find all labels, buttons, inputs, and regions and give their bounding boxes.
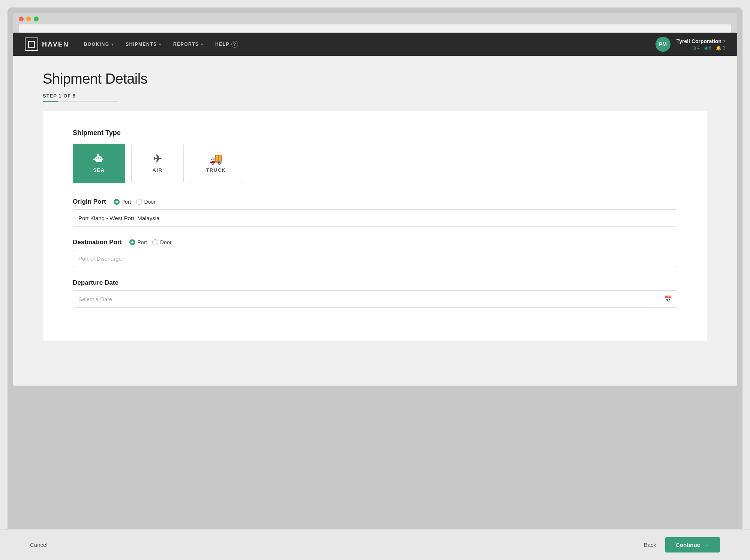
db-icon: ⊞	[692, 45, 696, 51]
shipment-type-label: Shipment Type	[73, 129, 677, 137]
nav-booking-label: BOOKING	[84, 42, 110, 47]
minimize-dot	[26, 17, 31, 21]
origin-port-input[interactable]	[73, 209, 677, 227]
origin-port-label: Origin Port	[73, 198, 106, 206]
nav-reports[interactable]: REPORTS ▾	[173, 41, 203, 48]
question-icon: ?	[231, 41, 238, 48]
main-content: Shipment Details STEP 1 OF 5 Shipment Ty…	[13, 56, 737, 386]
chat-icon: ◉	[704, 45, 708, 51]
shipment-type-options: ⛴ SEA ✈ AIR 🚚 TRUCK	[73, 144, 677, 183]
origin-port-group: Origin Port Port Door	[73, 198, 677, 227]
destination-port-radio[interactable]: Port	[129, 239, 147, 245]
avatar[interactable]: PM	[656, 37, 670, 52]
bell-badge[interactable]: 🔔 3	[716, 45, 725, 51]
page-title: Shipment Details	[43, 71, 707, 87]
origin-radio-group: Port Door	[114, 199, 156, 205]
origin-door-dot	[136, 199, 142, 205]
origin-port-header: Origin Port Port Door	[73, 198, 677, 206]
type-air-label: AIR	[153, 167, 163, 173]
form-card: Shipment Type ⛴ SEA ✈ AIR 🚚 TRUCK	[43, 111, 707, 341]
type-truck-label: TRUCK	[206, 167, 226, 173]
nav-help[interactable]: HELP ?	[215, 41, 238, 48]
departure-date-input[interactable]	[73, 290, 677, 308]
db-badge[interactable]: ⊞ 4	[692, 45, 700, 51]
departure-date-label: Departure Date	[73, 279, 118, 287]
chat-count: 6	[709, 45, 712, 51]
nav-right: PM Tyrell Corporation ▾ ⊞ 4 ◉	[656, 37, 725, 52]
type-sea-label: SEA	[93, 167, 105, 173]
destination-door-dot	[152, 239, 158, 245]
ship-icon: ⛴	[93, 154, 105, 164]
origin-door-radio-label: Door	[144, 199, 155, 205]
step-progress-fill	[43, 101, 58, 102]
origin-port-dot	[114, 199, 120, 205]
nav-shipments-label: SHIPMENTS	[126, 42, 157, 47]
origin-door-radio[interactable]: Door	[136, 199, 155, 205]
destination-radio-group: Port Door	[129, 239, 171, 245]
step-label: STEP 1 OF 5	[43, 93, 707, 99]
origin-port-radio[interactable]: Port	[114, 199, 131, 205]
type-sea-button[interactable]: ⛴ SEA	[73, 144, 125, 183]
close-dot	[19, 17, 24, 21]
shipment-type-group: Shipment Type ⛴ SEA ✈ AIR 🚚 TRUCK	[73, 129, 677, 183]
type-truck-button[interactable]: 🚚 TRUCK	[190, 144, 242, 183]
company-info: Tyrell Corporation ▾ ⊞ 4 ◉ 6 🔔	[676, 38, 725, 51]
chevron-down-icon: ▾	[723, 39, 725, 43]
logo-text: HAVEN	[42, 41, 69, 48]
chevron-down-icon: ▾	[111, 42, 114, 47]
expand-dot	[34, 17, 39, 21]
destination-door-radio[interactable]: Door	[152, 239, 171, 245]
nav-shipments[interactable]: SHIPMENTS ▾	[126, 41, 161, 48]
destination-port-radio-label: Port	[137, 239, 147, 245]
destination-door-radio-label: Door	[160, 239, 171, 245]
destination-port-label: Destination Port	[73, 239, 122, 246]
chevron-down-icon: ▾	[159, 42, 162, 47]
nav-badges: ⊞ 4 ◉ 6 🔔 3	[692, 45, 725, 51]
browser-chrome: HAVEN BOOKING ▾ SHIPMENTS ▾ REPORTS ▾ HE…	[8, 8, 742, 552]
address-bar[interactable]	[19, 24, 731, 33]
logo-icon	[25, 38, 38, 51]
nav-logo[interactable]: HAVEN	[25, 38, 69, 51]
departure-date-header: Departure Date	[73, 279, 677, 287]
step-progress-bar	[43, 101, 118, 102]
chevron-down-icon: ▾	[201, 42, 204, 47]
destination-port-group: Destination Port Port Door	[73, 239, 677, 267]
truck-icon: 🚚	[209, 154, 223, 164]
navbar: HAVEN BOOKING ▾ SHIPMENTS ▾ REPORTS ▾ HE…	[13, 33, 737, 56]
nav-reports-label: REPORTS	[173, 42, 199, 47]
destination-port-header: Destination Port Port Door	[73, 239, 677, 246]
nav-help-label: HELP	[215, 42, 230, 47]
logo-inner-box	[28, 41, 35, 48]
nav-menu: BOOKING ▾ SHIPMENTS ▾ REPORTS ▾ HELP ?	[84, 41, 640, 48]
avatar-initials: PM	[659, 41, 667, 47]
nav-booking[interactable]: BOOKING ▾	[84, 41, 114, 48]
db-count: 4	[697, 45, 700, 51]
bell-icon: 🔔	[716, 45, 722, 51]
departure-date-group: Departure Date 📅	[73, 279, 677, 308]
destination-port-input[interactable]	[73, 250, 677, 267]
chat-badge[interactable]: ◉ 6	[704, 45, 712, 51]
departure-date-wrapper: 📅	[73, 290, 677, 308]
company-name[interactable]: Tyrell Corporation ▾	[676, 38, 725, 44]
plane-icon: ✈	[153, 154, 162, 164]
bell-count: 3	[723, 45, 725, 51]
type-air-button[interactable]: ✈ AIR	[131, 144, 184, 183]
origin-port-radio-label: Port	[122, 199, 131, 205]
destination-port-dot	[129, 239, 135, 245]
